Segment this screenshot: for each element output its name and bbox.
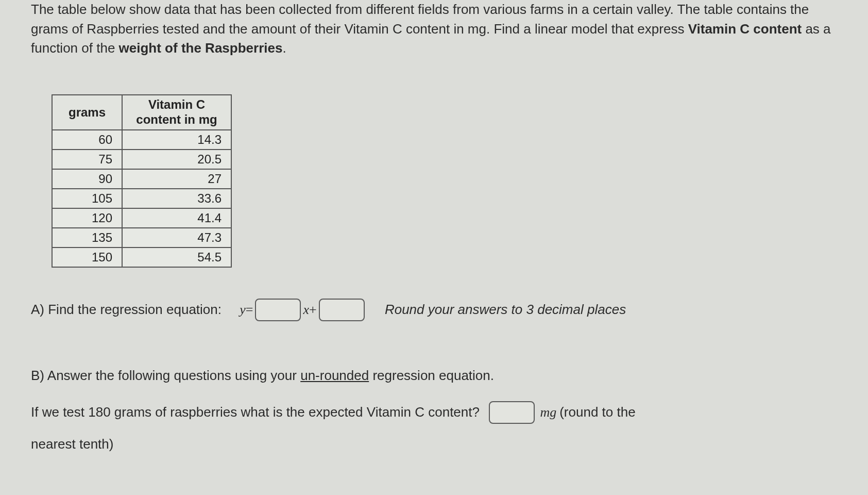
table-header-row: grams Vitamin C content in mg <box>52 95 231 130</box>
table-row: 105 33.6 <box>52 189 231 208</box>
cell-vitc: 27 <box>122 169 231 189</box>
intercept-input[interactable] <box>319 299 365 321</box>
data-table-wrap: grams Vitamin C content in mg 60 14.3 75… <box>52 94 837 268</box>
var-x: x <box>303 302 309 318</box>
part-b-q-post1: (round to the <box>559 404 635 420</box>
header-grams: grams <box>52 95 122 130</box>
part-a-hint: Round your answers to 3 decimal places <box>385 302 626 317</box>
equals-sign: = <box>246 302 253 318</box>
cell-vitc: 20.5 <box>122 150 231 169</box>
part-a: A) Find the regression equation: y = x +… <box>31 299 837 321</box>
part-b-label-post: regression equation. <box>369 368 494 383</box>
slope-input[interactable] <box>255 299 301 321</box>
cell-vitc: 54.5 <box>122 248 231 267</box>
cell-grams: 150 <box>52 248 122 267</box>
regression-equation: y = x + <box>240 299 366 321</box>
part-b-underlined: un-rounded <box>300 368 369 383</box>
cell-vitc: 41.4 <box>122 208 231 228</box>
table-row: 90 27 <box>52 169 231 189</box>
table-row: 75 20.5 <box>52 150 231 169</box>
cell-grams: 60 <box>52 130 122 150</box>
header-vitc: Vitamin C content in mg <box>122 95 231 130</box>
data-table: grams Vitamin C content in mg 60 14.3 75… <box>52 94 232 268</box>
cell-grams: 120 <box>52 208 122 228</box>
header-vitc-line2: content in mg <box>136 112 217 126</box>
table-row: 120 41.4 <box>52 208 231 228</box>
cell-vitc: 47.3 <box>122 228 231 248</box>
cell-grams: 105 <box>52 189 122 208</box>
var-y: y <box>240 302 246 318</box>
part-b-q-pre: If we test 180 grams of raspberries what… <box>31 404 480 420</box>
part-a-label: A) Find the regression equation: <box>31 302 222 317</box>
cell-vitc: 33.6 <box>122 189 231 208</box>
part-b-label-pre: B) Answer the following questions using … <box>31 368 300 383</box>
part-b-question: If we test 180 grams of raspberries what… <box>31 401 837 424</box>
intro-paragraph: The table below show data that has been … <box>31 0 837 58</box>
part-b: B) Answer the following questions using … <box>31 368 837 384</box>
unit-mg: mg <box>540 405 556 420</box>
intro-bold-weight: weight of the Raspberries <box>119 40 283 56</box>
table-row: 150 54.5 <box>52 248 231 267</box>
cell-grams: 75 <box>52 150 122 169</box>
vitc-answer-input[interactable] <box>489 401 535 424</box>
cell-grams: 90 <box>52 169 122 189</box>
table-row: 60 14.3 <box>52 130 231 150</box>
intro-bold-vitc: Vitamin C content <box>688 21 802 37</box>
intro-text-post: . <box>282 40 286 56</box>
part-b-q-post2: nearest tenth) <box>31 436 113 452</box>
cell-grams: 135 <box>52 228 122 248</box>
part-b-question-cont: nearest tenth) <box>31 436 837 452</box>
cell-vitc: 14.3 <box>122 130 231 150</box>
plus-sign: + <box>309 302 317 318</box>
page-root: The table below show data that has been … <box>0 0 868 452</box>
table-row: 135 47.3 <box>52 228 231 248</box>
header-vitc-line1: Vitamin C <box>148 97 205 111</box>
